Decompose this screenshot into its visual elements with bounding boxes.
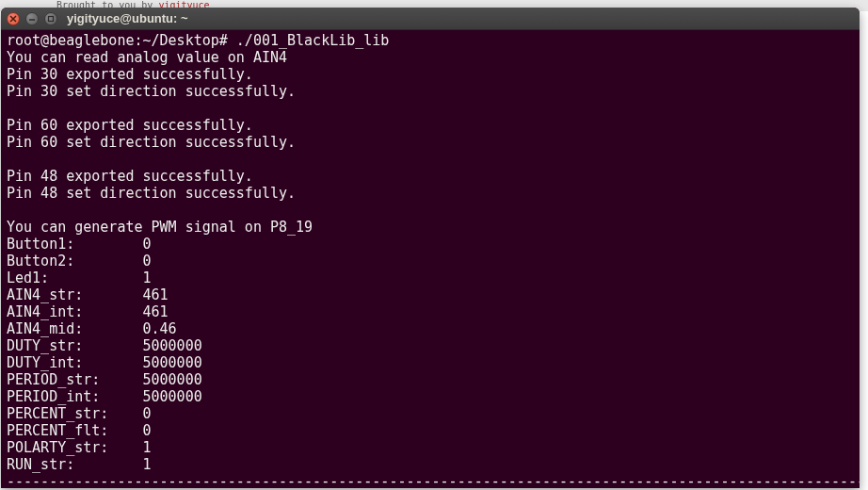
output-line: Pin 48 exported successfully. [7,168,253,185]
window-buttons [7,12,57,25]
output-line: Pin 30 set direction successfully. [7,83,296,100]
output-line: AIN4_str: 461 [7,286,169,303]
output-line: PERCENT_flt: 0 [7,422,152,439]
output-line: Pin 30 exported successfully. [7,66,253,83]
output-line: PERIOD_int: 5000000 [7,388,202,405]
close-icon [9,15,17,23]
terminal-window: yigityuce@ubuntu: ~ root@beaglebone:~/De… [1,8,860,488]
output-line: AIN4_int: 461 [7,303,169,320]
output-line: Button1: 0 [7,236,152,253]
window-title: yigityuce@ubuntu: ~ [67,11,188,25]
output-line: Led1: 1 [7,270,152,286]
output-line: ----------------------------------------… [7,473,860,488]
output-line: You can read analog value on AIN4 [7,49,287,66]
output-line: AIN4_mid: 0.46 [7,320,177,337]
output-line: Button2: 0 [7,253,152,270]
close-button[interactable] [7,12,20,25]
output-line: You can generate PWM signal on P8_19 [7,219,313,236]
prompt: root@beaglebone:~/Desktop# [7,32,236,49]
output-line: PERCENT_str: 0 [7,405,152,422]
maximize-button[interactable] [44,12,57,25]
output-line: PERIOD_str: 5000000 [7,371,202,388]
minimize-icon [28,15,36,23]
command: ./001_BlackLib_lib [236,32,390,49]
output-line: RUN_str: 1 [7,456,152,473]
output-line: Pin 60 exported successfully. [7,117,253,134]
terminal-body[interactable]: root@beaglebone:~/Desktop# ./001_BlackLi… [1,30,860,488]
output-line: DUTY_int: 5000000 [7,354,202,371]
svg-rect-0 [49,16,54,21]
output-line: DUTY_str: 5000000 [7,337,202,354]
minimize-button[interactable] [25,12,39,25]
title-bar[interactable]: yigityuce@ubuntu: ~ [1,8,860,30]
output-line: POLARTY_str: 1 [7,439,152,456]
output-line: Pin 60 set direction successfully. [7,134,296,151]
maximize-icon [47,15,55,23]
output-line: Pin 48 set direction successfully. [7,185,296,202]
